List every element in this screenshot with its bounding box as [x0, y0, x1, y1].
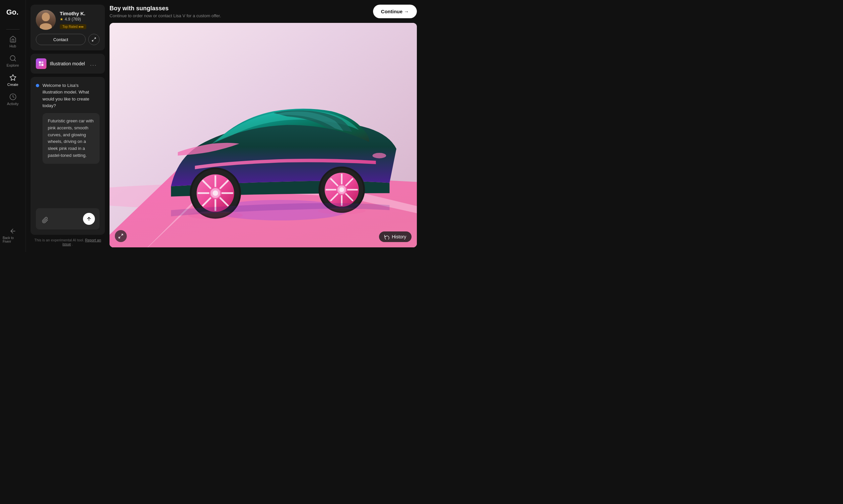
sidebar-bottom: Back to Fiverr [0, 224, 25, 247]
fullscreen-button[interactable] [115, 230, 127, 242]
svg-point-16 [372, 153, 386, 158]
expand-icon [91, 37, 96, 42]
model-name: Illustration model [50, 61, 85, 66]
chat-welcome-text: Welcome to Lisa's illustration model. Wh… [42, 82, 100, 109]
disclaimer: This is an experimental AI tool. Report … [31, 238, 105, 247]
badge-stars: ♦♦♦ [79, 25, 84, 29]
preview-title: Boy with sunglasses [109, 5, 373, 12]
history-icon [384, 234, 390, 239]
continue-label: Continue → [381, 8, 409, 14]
car-illustration [109, 23, 417, 247]
preview-subtitle: Continue to order now or contact Lisa V … [109, 13, 373, 18]
left-panel: Timothy K. ★ 4.9 (769) Top Rated ♦♦♦ Con… [26, 0, 109, 252]
image-container: History [109, 23, 417, 247]
badge-text: Top Rated [63, 25, 78, 29]
back-to-fiverr-button[interactable]: Back to Fiverr [0, 224, 25, 247]
review-count: (769) [72, 17, 81, 21]
sidebar-hub-label: Hub [9, 44, 16, 48]
svg-rect-10 [39, 64, 41, 66]
model-illustration-icon [38, 61, 44, 67]
model-info: Illustration model [36, 58, 85, 69]
sidebar: Go. Hub Explore Create Activity [0, 0, 26, 252]
sidebar-item-create[interactable]: Create [0, 71, 25, 90]
star-icon: ★ [60, 17, 63, 21]
expand-profile-button[interactable] [88, 34, 100, 45]
model-icon [36, 58, 47, 69]
avatar-person [36, 10, 56, 30]
main-content: Timothy K. ★ 4.9 (769) Top Rated ♦♦♦ Con… [26, 0, 422, 252]
contact-button[interactable]: Contact [36, 34, 86, 45]
svg-line-6 [94, 38, 96, 39]
home-icon [9, 35, 17, 43]
history-label: History [392, 234, 406, 239]
sidebar-activity-label: Activity [7, 102, 19, 106]
profile-info: Timothy K. ★ 4.9 (769) Top Rated ♦♦♦ [60, 11, 100, 29]
top-bar: Boy with sunglasses Continue to order no… [109, 5, 417, 23]
sidebar-create-label: Create [7, 83, 18, 87]
profile-header: Timothy K. ★ 4.9 (769) Top Rated ♦♦♦ [36, 10, 100, 30]
attach-button[interactable] [40, 216, 50, 225]
chat-input-area [36, 208, 100, 230]
sidebar-divider [6, 29, 20, 30]
sidebar-explore-label: Explore [7, 63, 19, 67]
model-card: Illustration model ... [31, 54, 105, 74]
svg-rect-8 [39, 61, 41, 63]
rating-value: 4.9 [65, 17, 70, 21]
model-more-button[interactable]: ... [87, 59, 100, 69]
back-to-fiverr-label: Back to Fiverr [3, 236, 23, 244]
profile-rating: ★ 4.9 (769) [60, 17, 100, 21]
disclaimer-text: This is an experimental AI tool. [34, 238, 85, 242]
svg-line-48 [119, 236, 120, 238]
right-panel: Boy with sunglasses Continue to order no… [109, 0, 422, 252]
back-icon [9, 228, 17, 235]
svg-line-47 [121, 234, 123, 236]
svg-line-7 [92, 40, 93, 41]
app-logo[interactable]: Go. [4, 5, 22, 20]
fullscreen-icon [118, 233, 123, 239]
avatar [36, 10, 56, 30]
sidebar-item-activity[interactable]: Activity [0, 90, 25, 109]
svg-line-2 [14, 60, 16, 61]
send-icon [86, 216, 91, 221]
svg-point-44 [339, 187, 344, 192]
chat-area: Welcome to Lisa's illustration model. Wh… [31, 77, 105, 235]
sidebar-item-explore[interactable]: Explore [0, 51, 25, 71]
profile-card: Timothy K. ★ 4.9 (769) Top Rated ♦♦♦ Con… [31, 5, 105, 50]
svg-rect-9 [41, 61, 44, 63]
chat-user-prompt: Futuristic green car with pink accents, … [42, 113, 100, 164]
svg-rect-11 [41, 64, 44, 66]
profile-actions: Contact [36, 34, 100, 45]
explore-icon [9, 55, 17, 62]
profile-badge: Top Rated ♦♦♦ [60, 24, 86, 29]
svg-marker-3 [10, 75, 16, 80]
top-bar-info: Boy with sunglasses Continue to order no… [109, 5, 373, 18]
chat-spacer [36, 168, 100, 204]
create-icon [9, 74, 17, 81]
avatar-image [36, 10, 56, 30]
sidebar-item-hub[interactable]: Hub [0, 32, 25, 51]
history-button[interactable]: History [379, 231, 412, 242]
svg-point-30 [213, 190, 218, 196]
profile-name: Timothy K. [60, 11, 100, 16]
continue-button[interactable]: Continue → [373, 5, 417, 18]
svg-text:Go.: Go. [6, 8, 19, 16]
activity-icon [9, 93, 17, 101]
attach-icon [42, 217, 49, 223]
send-button[interactable] [83, 213, 95, 225]
disclaimer-period: . [72, 242, 73, 246]
chat-welcome-message: Welcome to Lisa's illustration model. Wh… [36, 82, 100, 109]
chat-indicator-dot [36, 84, 39, 87]
